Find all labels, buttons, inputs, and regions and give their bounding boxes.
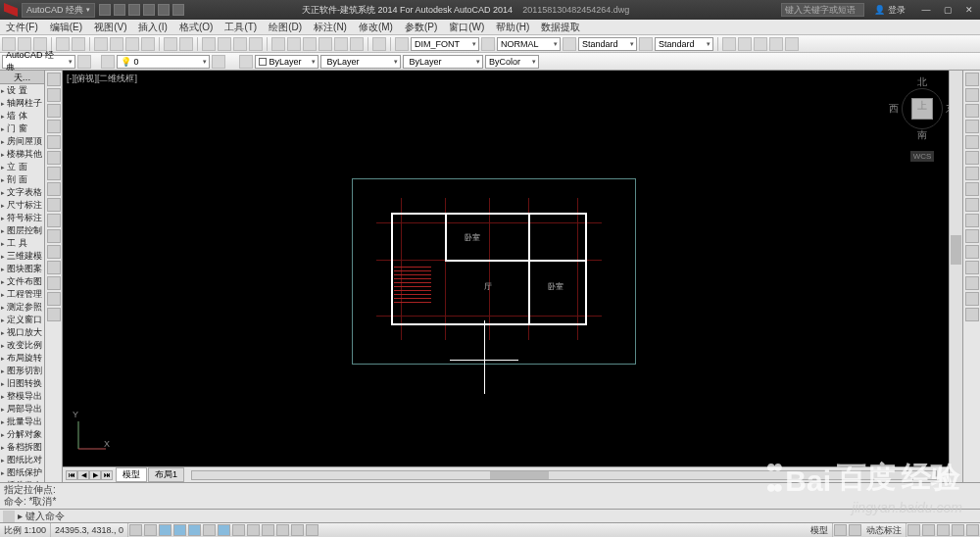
mirror-icon[interactable] xyxy=(965,104,979,118)
qat-save-icon[interactable] xyxy=(128,4,140,16)
menu-dim[interactable]: 标注(N) xyxy=(308,20,353,34)
tpy-toggle-icon[interactable] xyxy=(262,524,274,536)
tb-markup-icon[interactable] xyxy=(334,37,348,51)
palette-header[interactable]: 天… xyxy=(0,71,44,84)
spline-icon[interactable] xyxy=(47,182,61,196)
tb-dim-icon[interactable] xyxy=(395,37,409,51)
palette-item-19[interactable]: ▸视口放大 xyxy=(0,326,44,339)
ellipse-icon[interactable] xyxy=(47,167,61,180)
tab-next-icon[interactable]: ▶ xyxy=(89,470,101,480)
wcs-label[interactable]: WCS xyxy=(910,151,935,162)
tb-list-icon[interactable] xyxy=(754,37,767,51)
join-icon[interactable] xyxy=(965,261,979,274)
palette-item-26[interactable]: ▸批量导出 xyxy=(0,415,44,428)
tb-ml-icon[interactable] xyxy=(639,37,653,51)
palette-item-12[interactable]: ▸工 具 xyxy=(0,237,44,250)
palette-item-24[interactable]: ▸整模导出 xyxy=(0,390,44,403)
layer-combo[interactable]: 💡 0 xyxy=(117,55,210,69)
status-model[interactable]: 模型 xyxy=(807,523,833,537)
tb-region-icon[interactable] xyxy=(738,37,752,51)
menu-file[interactable]: 文件(F) xyxy=(0,20,44,34)
menu-format[interactable]: 格式(O) xyxy=(173,20,219,34)
tb-copy-icon[interactable] xyxy=(110,37,123,51)
lineweight-combo[interactable]: ByLayer xyxy=(403,55,483,69)
move-icon[interactable] xyxy=(965,151,979,165)
tb-measure-icon[interactable] xyxy=(722,37,736,51)
menu-modify[interactable]: 修改(M) xyxy=(353,20,399,34)
tab-prev-icon[interactable]: ◀ xyxy=(77,470,89,480)
extend-icon[interactable] xyxy=(965,229,979,243)
tb-color-icon[interactable] xyxy=(239,55,253,69)
tb-dc-icon[interactable] xyxy=(287,37,301,51)
tb-text-icon[interactable] xyxy=(481,37,495,51)
erase-icon[interactable] xyxy=(965,73,979,86)
command-line[interactable]: ▸ 键入命令 xyxy=(0,509,980,522)
tb-tp-icon[interactable] xyxy=(303,37,317,51)
palette-item-18[interactable]: ▸定义窗口 xyxy=(0,314,44,326)
h-scrollbar[interactable] xyxy=(191,470,937,480)
tb-props-icon[interactable] xyxy=(271,37,285,51)
status-hw-icon[interactable] xyxy=(937,524,950,536)
region-icon[interactable] xyxy=(47,292,61,306)
palette-item-20[interactable]: ▸改变比例 xyxy=(0,339,44,352)
tb-paste-icon[interactable] xyxy=(125,37,139,51)
palette-item-17[interactable]: ▸测定参照 xyxy=(0,301,44,314)
help-search-input[interactable]: 键入关键字或短语 xyxy=(781,3,864,17)
break-icon[interactable] xyxy=(965,245,979,259)
array-icon[interactable] xyxy=(965,135,979,149)
osnap-toggle-icon[interactable] xyxy=(188,524,201,536)
palette-item-8[interactable]: ▸文字表格 xyxy=(0,186,44,199)
status-snap-icon[interactable] xyxy=(849,524,861,536)
table-icon[interactable] xyxy=(47,308,61,321)
trim-icon[interactable] xyxy=(965,214,979,227)
status-scale[interactable]: 比例 1:100 xyxy=(0,523,51,537)
chamfer-icon[interactable] xyxy=(965,276,979,290)
tb-redo-icon[interactable] xyxy=(179,37,193,51)
hatch-icon[interactable] xyxy=(47,198,61,212)
menu-edit[interactable]: 编辑(E) xyxy=(44,20,88,34)
tb-cut-icon[interactable] xyxy=(94,37,108,51)
otrack-toggle-icon[interactable] xyxy=(203,524,216,536)
qat-undo-icon[interactable] xyxy=(158,4,170,16)
am-toggle-icon[interactable] xyxy=(306,524,318,536)
palette-item-29[interactable]: ▸图纸比对 xyxy=(0,454,44,466)
viewcube-top-icon[interactable]: 上 xyxy=(911,98,933,120)
palette-item-13[interactable]: ▸三维建模 xyxy=(0,250,44,263)
v-scrollbar[interactable] xyxy=(949,71,962,482)
tb-table-icon[interactable] xyxy=(563,37,576,51)
palette-item-1[interactable]: ▸轴网柱子 xyxy=(0,97,44,110)
viewport-label[interactable]: [-][俯视][二维线框] xyxy=(67,73,137,85)
tb-help-icon[interactable] xyxy=(372,37,386,51)
ducs-toggle-icon[interactable] xyxy=(218,524,230,536)
palette-item-6[interactable]: ▸立 面 xyxy=(0,161,44,173)
menu-help[interactable]: 帮助(H) xyxy=(490,20,535,34)
status-grid-icon[interactable] xyxy=(834,524,847,536)
block-icon[interactable] xyxy=(47,245,61,259)
ortho-toggle-icon[interactable] xyxy=(159,524,172,536)
pline-icon[interactable] xyxy=(47,88,61,102)
linetype-combo[interactable]: ByLayer xyxy=(320,55,401,69)
palette-item-7[interactable]: ▸剖 面 xyxy=(0,173,44,186)
palette-item-21[interactable]: ▸布局旋转 xyxy=(0,352,44,365)
workspace-combo[interactable]: AutoCAD 经典 xyxy=(2,55,75,69)
tb-zoom-icon[interactable] xyxy=(218,37,231,51)
palette-item-4[interactable]: ▸房间屋顶 xyxy=(0,135,44,148)
insert-icon[interactable] xyxy=(47,261,61,274)
tb-layeriso-icon[interactable] xyxy=(212,55,225,69)
palette-item-11[interactable]: ▸图层控制 xyxy=(0,224,44,237)
status-ws-icon[interactable] xyxy=(907,524,920,536)
qat-redo-icon[interactable] xyxy=(172,4,184,16)
status-iso-icon[interactable] xyxy=(952,524,964,536)
palette-item-2[interactable]: ▸墙 体 xyxy=(0,110,44,122)
line-icon[interactable] xyxy=(47,73,61,86)
tb-layermgr-icon[interactable] xyxy=(101,55,115,69)
polar-toggle-icon[interactable] xyxy=(173,524,186,536)
qat-new-icon[interactable] xyxy=(99,4,111,16)
point-icon[interactable] xyxy=(47,276,61,290)
tablestyle-combo-2[interactable]: Standard xyxy=(655,37,713,51)
palette-item-5[interactable]: ▸楼梯其他 xyxy=(0,148,44,161)
minimize-button[interactable]: — xyxy=(915,2,937,18)
palette-item-16[interactable]: ▸工程管理 xyxy=(0,288,44,301)
status-clean-icon[interactable] xyxy=(966,524,979,536)
menu-extract[interactable]: 数据提取 xyxy=(535,20,586,34)
